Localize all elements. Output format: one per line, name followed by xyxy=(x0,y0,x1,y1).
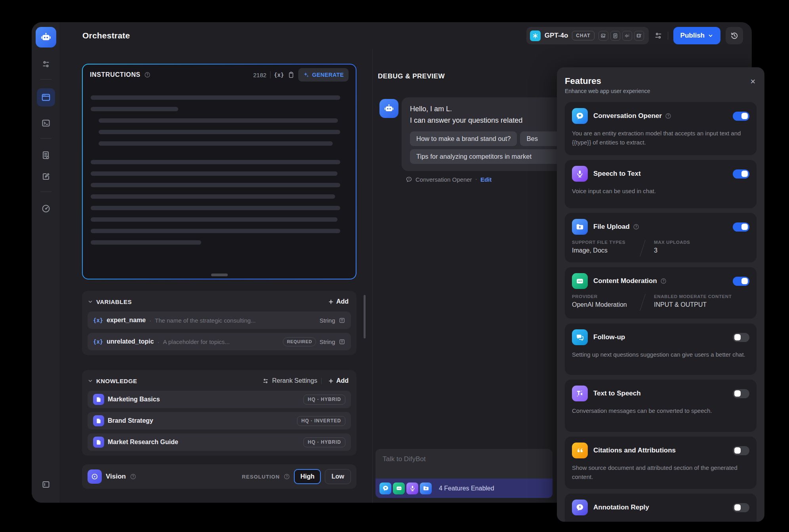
terminal-icon[interactable] xyxy=(41,118,51,128)
audio-capability-icon xyxy=(622,31,632,41)
meta-label: ENABLED MODERATE CONTENT xyxy=(654,294,732,299)
conversation-opener-toggle[interactable] xyxy=(733,112,749,121)
help-icon[interactable] xyxy=(130,473,136,480)
vision-section: Vision RESOLUTION High Low xyxy=(82,464,356,489)
sidebar-rail xyxy=(32,22,60,503)
debug-title: DEBUG & PREVIEW xyxy=(378,72,445,80)
knowledge-row[interactable]: Market Research Guide HQ · HYBRID xyxy=(88,433,351,451)
feature-card-content-moderation: Content Moderation PROVIDER OpenAI Moder… xyxy=(565,267,757,319)
help-icon[interactable] xyxy=(633,224,639,230)
annotation-reply-icon xyxy=(572,500,588,515)
citations-toggle[interactable] xyxy=(733,446,749,455)
meta-label: PROVIDER xyxy=(572,294,631,299)
add-variable-button[interactable]: Add xyxy=(326,296,351,307)
sparkle-icon xyxy=(303,72,309,78)
opener-bubble-icon xyxy=(406,176,412,183)
text-input-type-icon[interactable] xyxy=(339,317,345,324)
feature-card-text-to-speech: Text to Speech Conversation messages can… xyxy=(565,380,757,432)
file-upload-icon xyxy=(420,483,432,494)
required-badge: REQUIRED xyxy=(283,337,316,346)
skeleton-line xyxy=(91,240,201,245)
sidebar-item-orchestrate[interactable] xyxy=(37,88,55,106)
add-knowledge-button[interactable]: Add xyxy=(326,376,351,386)
knowledge-section: KNOWLEDGE Rerank Settings Add Marketing … xyxy=(82,370,356,456)
feature-title: Citations and Attributions xyxy=(593,446,676,454)
meta-col: PROVIDER OpenAI Moderation xyxy=(572,294,631,308)
meta-label: MAX UPLOADS xyxy=(654,240,713,245)
monitoring-icon[interactable] xyxy=(41,204,51,213)
resolution-low-button[interactable]: Low xyxy=(325,469,351,484)
generate-button[interactable]: GENERATE xyxy=(298,68,349,82)
resize-handle[interactable] xyxy=(211,274,228,276)
text-input-type-icon[interactable] xyxy=(339,338,345,345)
knowledge-name: Marketing Basics xyxy=(108,396,160,403)
features-enabled-bar[interactable]: 4 Features Enabled xyxy=(375,479,553,498)
feature-title: Text to Speech xyxy=(593,390,641,397)
suggested-question-chip[interactable]: How to make a brand stand out? xyxy=(410,131,517,146)
chevron-down-icon[interactable] xyxy=(88,299,93,304)
help-icon[interactable] xyxy=(144,72,151,78)
model-settings-icon[interactable] xyxy=(654,31,663,40)
video-capability-icon xyxy=(634,31,644,41)
dataset-icon xyxy=(93,437,104,448)
copy-icon[interactable] xyxy=(288,71,295,78)
close-icon[interactable]: ✕ xyxy=(750,78,756,86)
rail-divider xyxy=(40,192,51,192)
tools-icon[interactable] xyxy=(41,59,51,69)
text-to-speech-toggle[interactable] xyxy=(733,389,749,398)
scrollbar-thumb[interactable] xyxy=(364,295,366,338)
variable-name: expert_name xyxy=(107,317,146,324)
chevron-down-icon[interactable] xyxy=(88,378,93,384)
knowledge-name: Market Research Guide xyxy=(108,439,178,446)
content-moderation-toggle[interactable] xyxy=(733,277,749,286)
skeleton-line xyxy=(99,141,333,146)
insert-variable-icon[interactable]: {x} xyxy=(274,72,284,78)
section-divider xyxy=(321,378,322,384)
knowledge-row[interactable]: Brand Strategy HQ · INVERTED xyxy=(88,412,351,429)
version-history-button[interactable] xyxy=(726,27,743,44)
feature-desc: You are an entity extraction model that … xyxy=(572,129,749,147)
feature-title: Content Moderation xyxy=(593,277,657,285)
header-divider xyxy=(668,32,668,40)
publish-button[interactable]: Publish xyxy=(673,27,720,44)
features-enabled-count: 4 Features Enabled xyxy=(439,485,494,492)
edit-opener-link[interactable]: Edit xyxy=(480,176,492,183)
file-upload-toggle[interactable] xyxy=(733,222,749,232)
file-upload-icon xyxy=(572,219,588,235)
logs-icon[interactable] xyxy=(41,150,51,160)
rerank-settings-button[interactable]: Rerank Settings xyxy=(262,377,317,384)
variable-row[interactable]: {x} unrelated_topic · A placeholder for … xyxy=(88,333,351,350)
variable-row[interactable]: {x} expert_name · The name of the strate… xyxy=(88,312,351,329)
speech-to-text-toggle[interactable] xyxy=(733,169,749,179)
vision-icon xyxy=(88,469,102,484)
model-selector[interactable]: GPT-4o CHAT xyxy=(526,27,649,44)
follow-up-toggle[interactable] xyxy=(733,333,749,342)
rerank-label: Rerank Settings xyxy=(272,377,317,384)
chat-input[interactable] xyxy=(375,449,553,479)
skeleton-line xyxy=(91,229,340,233)
knowledge-row[interactable]: Marketing Basics HQ · HYBRID xyxy=(88,391,351,408)
instructions-editor[interactable] xyxy=(83,85,356,245)
knowledge-name: Brand Strategy xyxy=(108,417,153,424)
help-icon[interactable] xyxy=(284,473,290,480)
feature-desc: You can manually edit and improve replie… xyxy=(572,521,749,522)
text-to-speech-icon xyxy=(572,386,588,401)
feature-title: Speech to Text xyxy=(593,170,641,178)
skeleton-line xyxy=(99,130,340,134)
help-icon[interactable] xyxy=(665,113,671,119)
annotation-reply-toggle[interactable] xyxy=(733,503,749,512)
opener-note: Conversation Opener · Edit xyxy=(406,176,492,183)
chat-input-area: 4 Features Enabled xyxy=(375,449,553,498)
variable-token-icon: {x} xyxy=(93,338,103,345)
collapse-sidebar-icon[interactable] xyxy=(41,480,51,489)
help-icon[interactable] xyxy=(660,278,667,284)
app-logo-robot-icon[interactable] xyxy=(36,27,56,48)
conversation-opener-icon xyxy=(572,108,588,124)
annotation-icon[interactable] xyxy=(41,172,51,181)
add-label: Add xyxy=(336,377,349,384)
resolution-high-button[interactable]: High xyxy=(294,469,321,484)
model-name: GPT-4o xyxy=(545,32,568,40)
variable-type: String xyxy=(320,317,335,324)
speech-to-text-icon xyxy=(406,483,418,494)
skeleton-line xyxy=(91,194,335,199)
